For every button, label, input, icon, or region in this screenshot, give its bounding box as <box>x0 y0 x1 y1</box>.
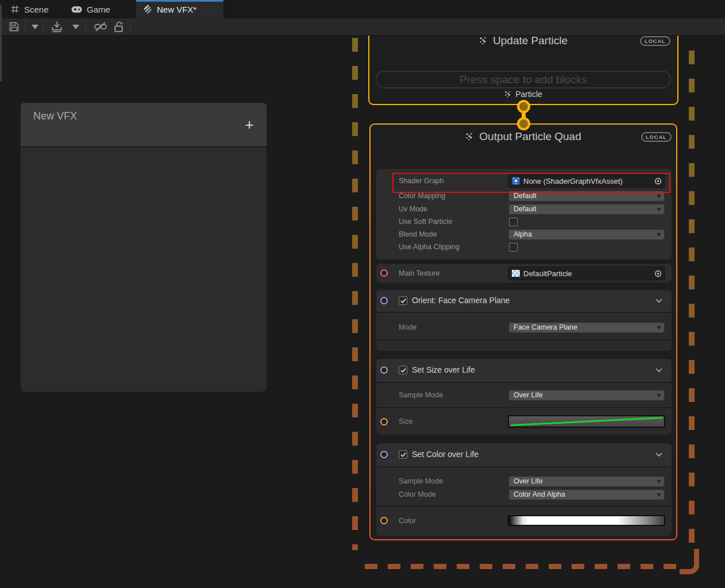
main-texture-port[interactable] <box>380 269 388 277</box>
particle-icon <box>504 91 512 98</box>
blackboard-panel[interactable]: New VFX + <box>21 103 267 392</box>
tab-new-vfx[interactable]: New VFX* <box>136 0 223 18</box>
toolbar-divider <box>43 21 44 33</box>
shader-graph-value: None (ShaderGraphVfxAsset) <box>523 177 651 185</box>
color-sample-mode-label: Sample Mode <box>399 477 443 486</box>
color-mapping-label: Color Mapping <box>399 191 445 201</box>
toolbar-divider <box>25 21 25 33</box>
update-local-badge: LOCAL <box>640 36 670 46</box>
orient-mode-dropdown[interactable]: Face Camera Plane <box>509 323 664 332</box>
set-color-block-title: Set Color over Life <box>412 450 479 459</box>
color-sample-mode-dropdown[interactable]: Over Life <box>509 477 664 486</box>
main-texture-row: Main Texture DefaultParticle <box>376 264 672 283</box>
shader-graph-object-field[interactable]: None (ShaderGraphVfxAsset) <box>508 174 665 188</box>
scene-grid-icon <box>10 5 20 14</box>
output-particle-quad-node[interactable]: Output Particle Quad LOCAL Shader Graph … <box>369 123 677 540</box>
size-curve-field[interactable] <box>508 415 665 428</box>
dropdown-arrow-icon <box>32 25 38 29</box>
chevron-down-icon[interactable] <box>655 452 662 457</box>
panel-edge <box>0 5 2 82</box>
set-size-enabled-checkbox[interactable] <box>399 366 407 374</box>
use-alpha-clipping-checkbox[interactable] <box>509 243 518 252</box>
set-color-block-port[interactable] <box>380 451 388 458</box>
set-color-enabled-checkbox[interactable] <box>399 450 407 459</box>
orient-block-footer <box>376 341 672 351</box>
orient-mode-label: Mode <box>399 323 417 332</box>
output-node-title-row: Output Particle Quad <box>371 130 676 143</box>
set-size-block-title: Set Size over Life <box>412 365 475 374</box>
dropdown-arrow-icon <box>72 25 79 29</box>
chevron-down-icon[interactable] <box>655 299 662 303</box>
compile-dropdown-button[interactable] <box>69 18 83 35</box>
color-mode-label: Color Mode <box>399 490 436 500</box>
flow-port-in[interactable] <box>517 117 530 130</box>
color-mode-dropdown[interactable]: Color And Alpha <box>509 490 664 500</box>
set-size-block-header[interactable]: Set Size over Life <box>376 359 672 382</box>
object-picker-icon[interactable] <box>654 270 662 277</box>
blend-mode-dropdown[interactable]: Alpha <box>509 230 664 239</box>
unlink-toggle-button[interactable] <box>92 18 109 35</box>
particle-flow-anchor[interactable]: Particle <box>369 90 677 99</box>
toolbar-divider <box>86 21 86 33</box>
flow-port-out[interactable] <box>517 100 530 113</box>
update-node-title: Update Particle <box>493 34 568 47</box>
blackboard-body <box>21 148 267 392</box>
system-border-right <box>689 51 695 549</box>
size-sample-mode-value: Over Life <box>514 391 543 399</box>
add-blocks-placeholder[interactable]: Press space to add blocks <box>376 71 671 88</box>
uv-mode-label: Uv Mode <box>399 204 427 214</box>
color-port[interactable] <box>380 517 388 524</box>
unlink-icon <box>93 21 108 32</box>
dropdown-arrow-icon <box>657 480 661 483</box>
blackboard-header: New VFX + <box>21 103 267 146</box>
uv-mode-dropdown[interactable]: Default <box>509 204 664 214</box>
dropdown-arrow-icon <box>657 493 661 497</box>
dropdown-arrow-icon <box>657 233 661 237</box>
output-local-badge: LOCAL <box>641 132 672 142</box>
add-property-button[interactable]: + <box>241 117 257 133</box>
tab-new-vfx-label: New VFX* <box>157 5 196 14</box>
save-dropdown-button[interactable] <box>28 18 42 35</box>
color-mapping-value: Default <box>514 192 537 200</box>
check-icon <box>400 368 406 373</box>
compile-icon <box>50 20 64 33</box>
lock-toggle-button[interactable] <box>111 18 126 35</box>
tab-game-label: Game <box>87 5 110 14</box>
orient-mode-value: Face Camera Plane <box>514 323 577 331</box>
dropdown-arrow-icon <box>657 208 661 211</box>
set-size-block-port[interactable] <box>380 366 388 374</box>
chevron-down-icon[interactable] <box>655 368 662 373</box>
save-icon <box>9 21 20 32</box>
orient-block-port[interactable] <box>380 297 388 304</box>
use-alpha-clipping-label: Use Alpha Clipping <box>399 242 460 252</box>
gamepad-icon <box>71 6 82 13</box>
orient-block-body: Mode Face Camera Plane <box>376 313 672 339</box>
system-border-corner <box>680 549 699 574</box>
size-row: Size <box>376 408 672 435</box>
size-port[interactable] <box>380 418 388 425</box>
size-sample-mode-dropdown[interactable]: Over Life <box>509 390 664 400</box>
vfx-asset-icon <box>143 5 152 14</box>
tab-scene[interactable]: Scene <box>5 0 62 18</box>
save-button[interactable] <box>6 18 22 35</box>
color-gradient-field[interactable] <box>508 515 665 526</box>
particle-icon <box>479 37 488 45</box>
update-particle-node[interactable]: Update Particle LOCAL Press space to add… <box>368 29 678 105</box>
orient-enabled-checkbox[interactable] <box>399 296 407 305</box>
tab-bar: Scene Game New VFX* <box>0 0 725 18</box>
tab-scene-label: Scene <box>24 5 49 14</box>
size-sample-mode-label: Sample Mode <box>399 390 443 400</box>
compile-button[interactable] <box>48 18 65 35</box>
use-soft-particle-checkbox[interactable] <box>509 218 518 226</box>
shader-graph-asset-icon <box>512 177 520 185</box>
orient-block-header[interactable]: Orient: Face Camera Plane <box>376 290 672 312</box>
set-color-block-header[interactable]: Set Color over Life <box>376 443 672 466</box>
color-mapping-dropdown[interactable]: Default <box>509 191 664 201</box>
color-row: Color <box>376 506 672 536</box>
main-texture-object-field[interactable]: DefaultParticle <box>508 266 665 280</box>
object-picker-icon[interactable] <box>654 177 662 185</box>
tab-game[interactable]: Game <box>68 0 125 18</box>
blackboard-title: New VFX <box>33 110 77 122</box>
set-size-block-body: Sample Mode Over Life <box>376 383 672 407</box>
color-label: Color <box>399 516 416 526</box>
